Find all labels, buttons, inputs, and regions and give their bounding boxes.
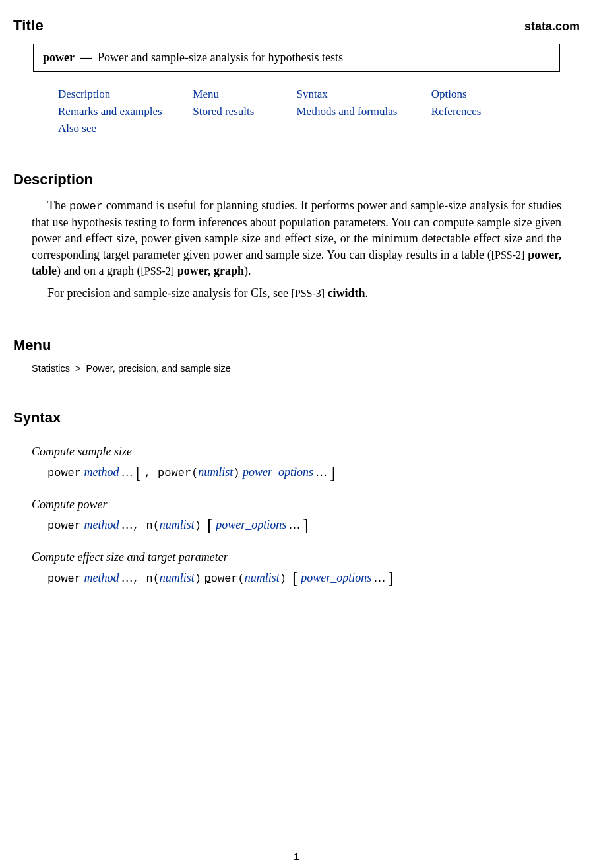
link-power-graph[interactable]: power, graph: [174, 264, 244, 277]
page-header: Title stata.com: [13, 17, 580, 34]
ref-pss2-a: [PSS-2]: [491, 250, 525, 261]
toc-description[interactable]: Description: [58, 88, 193, 101]
toc-menu[interactable]: Menu: [193, 88, 296, 101]
syntax-block-1: Compute sample size power method … [ , p…: [32, 445, 580, 479]
toc-syntax[interactable]: Syntax: [297, 88, 431, 101]
title-command: power: [43, 51, 75, 64]
toc-stored-results[interactable]: Stored results: [193, 105, 296, 118]
link-numlist-2[interactable]: numlist: [160, 518, 195, 531]
syntax-block-2: Compute power power method …, n(numlist)…: [32, 498, 580, 532]
section-description-heading: Description: [13, 171, 580, 188]
inline-cmd-power: power: [69, 200, 103, 213]
page-number: 1: [0, 851, 593, 862]
title-box: power — Power and sample-size analysis f…: [33, 44, 560, 72]
ref-pss3: [PSS-3]: [291, 288, 325, 299]
link-method-2[interactable]: method: [84, 518, 119, 531]
syntax-line-2: power method …, n(numlist) [ power_optio…: [47, 518, 580, 532]
link-numlist-3a[interactable]: numlist: [160, 571, 195, 584]
section-syntax-heading: Syntax: [13, 409, 580, 426]
header-title: Title: [13, 17, 44, 34]
toc-also-see[interactable]: Also see: [58, 122, 193, 135]
title-dash: —: [80, 51, 92, 65]
link-power-options-2[interactable]: power_options: [216, 518, 286, 531]
syntax-title-1: Compute sample size: [32, 445, 580, 459]
syntax-title-2: Compute power: [32, 498, 580, 512]
title-text: Power and sample-size analysis for hypot…: [98, 51, 343, 64]
link-power-options-3[interactable]: power_options: [301, 571, 371, 584]
description-paragraph-1: The power command is useful for planning…: [32, 197, 561, 279]
link-numlist-3b[interactable]: numlist: [245, 571, 280, 584]
link-numlist-1[interactable]: numlist: [198, 465, 233, 479]
syntax-title-3: Compute effect size and target parameter: [32, 551, 580, 564]
syntax-line-3: power method …, n(numlist) power(numlist…: [47, 571, 580, 585]
syntax-block-3: Compute effect size and target parameter…: [32, 551, 580, 585]
link-method-3[interactable]: method: [84, 571, 119, 584]
site-link[interactable]: stata.com: [524, 20, 580, 33]
toc-options[interactable]: Options: [431, 88, 535, 101]
link-ciwidth[interactable]: ciwidth: [325, 286, 365, 300]
link-power-options-1[interactable]: power_options: [243, 465, 313, 479]
menu-path: Statistics > Power, precision, and sampl…: [32, 363, 580, 374]
ref-pss2-b: [PSS-2]: [140, 265, 174, 277]
syntax-line-1: power method … [ , power(numlist) power_…: [47, 465, 580, 479]
section-menu-heading: Menu: [13, 337, 580, 354]
link-method-1[interactable]: method: [84, 465, 119, 479]
toc-grid: Description Menu Syntax Options Remarks …: [58, 88, 535, 135]
toc-remarks[interactable]: Remarks and examples: [58, 105, 193, 118]
toc-references[interactable]: References: [431, 105, 535, 118]
description-paragraph-2: For precision and sample-size analysis f…: [32, 285, 561, 301]
toc-methods[interactable]: Methods and formulas: [297, 105, 431, 118]
